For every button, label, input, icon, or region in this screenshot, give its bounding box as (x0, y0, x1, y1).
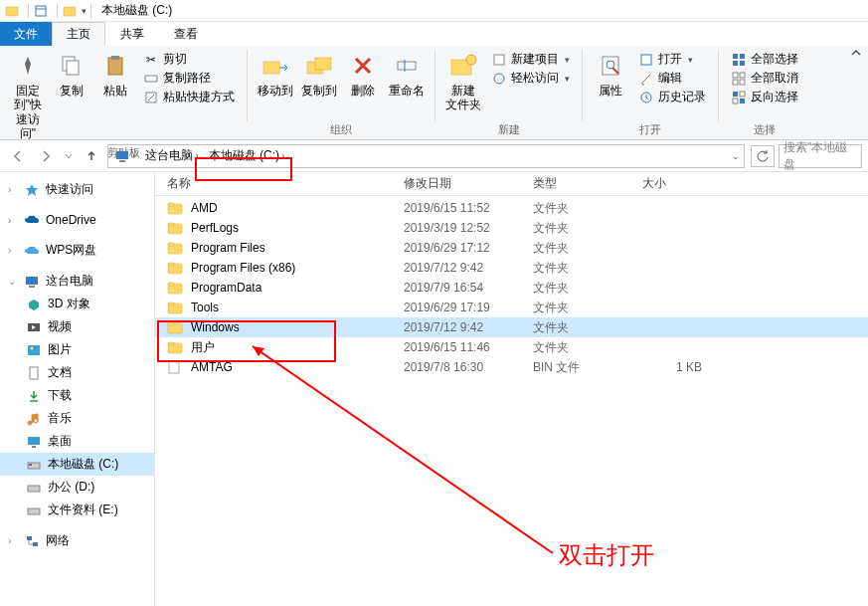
file-row[interactable]: Windows2019/7/12 9:42文件夹 (155, 317, 868, 337)
col-size[interactable]: 大小 (642, 175, 722, 192)
address-bar[interactable]: › 这台电脑› 本地磁盘 (C:)› ⌄ (107, 144, 745, 168)
paste-button[interactable]: 粘贴 (93, 48, 137, 100)
tab-share[interactable]: 共享 (105, 22, 159, 46)
qat-properties-icon[interactable] (33, 3, 49, 19)
newfolder-button[interactable]: 新建 文件夹 (441, 48, 485, 114)
file-date: 2019/6/29 17:19 (404, 301, 533, 314)
nav-wps[interactable]: ›WPS网盘 (0, 239, 154, 262)
invert-icon (731, 90, 747, 105)
qat-folder-icon[interactable] (62, 3, 78, 19)
svg-rect-33 (740, 92, 745, 97)
tab-view[interactable]: 查看 (159, 22, 213, 46)
easyaccess-button[interactable]: 轻松访问▾ (487, 69, 574, 88)
history-button[interactable]: 历史记录 (634, 88, 710, 106)
delete-button[interactable]: 删除 (341, 48, 385, 100)
moveto-icon (260, 50, 291, 82)
nav-downloads[interactable]: 下载 (0, 384, 154, 407)
folder-icon (167, 220, 185, 236)
col-name[interactable]: 名称 (167, 175, 404, 192)
moveto-button[interactable]: 移动到 (254, 48, 297, 100)
addr-dropdown-icon[interactable]: ⌄ (732, 151, 740, 161)
file-name: ProgramData (191, 281, 404, 295)
nav-documents[interactable]: 文档 (0, 361, 154, 384)
annotation-text: 双击打开 (559, 539, 654, 571)
folder-icon (167, 339, 185, 355)
pasteshortcut-button[interactable]: 粘贴快捷方式 (139, 88, 239, 106)
file-type: 文件夹 (533, 300, 642, 316)
easyaccess-icon (491, 71, 507, 87)
shortcut-icon (143, 90, 159, 105)
nav-videos[interactable]: 视频 (0, 315, 154, 338)
file-row[interactable]: Program Files2019/6/29 17:12文件夹 (155, 238, 868, 258)
file-name: Program Files (x86) (191, 261, 404, 275)
folder-icon (167, 319, 185, 335)
copyto-button[interactable]: 复制到 (297, 48, 341, 100)
file-row[interactable]: Program Files (x86)2019/7/12 9:42文件夹 (155, 258, 868, 278)
edit-button[interactable]: 编辑 (634, 69, 710, 88)
svg-rect-40 (28, 345, 40, 355)
wps-icon (24, 243, 40, 259)
nav-thispc[interactable]: ⌄这台电脑 (0, 270, 154, 293)
column-headers[interactable]: 名称 修改日期 类型 大小 (155, 172, 868, 196)
collapse-ribbon-icon[interactable] (850, 48, 862, 63)
svg-rect-52 (168, 203, 174, 206)
nav-network[interactable]: ›网络 (0, 529, 154, 552)
file-row[interactable]: Tools2019/6/29 17:19文件夹 (155, 298, 868, 317)
copyto-icon (303, 50, 335, 82)
nav-desktop[interactable]: 桌面 (0, 430, 154, 453)
file-type: 文件夹 (533, 240, 642, 257)
col-date[interactable]: 修改日期 (404, 175, 533, 192)
pc-icon (24, 274, 40, 290)
file-row[interactable]: ProgramData2019/7/9 16:54文件夹 (155, 278, 868, 298)
newfolder-icon (447, 50, 479, 82)
nav-ddrive[interactable]: 办公 (D:) (0, 476, 154, 499)
nav-edrive[interactable]: 文件资料 (E:) (0, 499, 154, 521)
svg-rect-32 (740, 99, 745, 103)
newitem-button[interactable]: 新建项目▾ (487, 50, 574, 69)
file-name: Windows (191, 320, 404, 334)
file-row[interactable]: AMTAG2019/7/8 16:30BIN 文件1 KB (155, 357, 868, 377)
selectnone-button[interactable]: 全部取消 (727, 69, 802, 88)
nav-pictures[interactable]: 图片 (0, 338, 154, 361)
nav-cdrive[interactable]: 本地磁盘 (C:) (0, 453, 154, 476)
network-icon (24, 533, 40, 549)
svg-rect-25 (733, 61, 738, 66)
svg-point-18 (494, 74, 504, 84)
copypath-button[interactable]: 复制路径 (139, 69, 239, 88)
svg-rect-64 (168, 322, 174, 325)
tab-home[interactable]: 主页 (52, 22, 105, 46)
crumb-pc-icon[interactable]: › (110, 145, 141, 167)
cut-button[interactable]: ✂剪切 (139, 50, 239, 69)
ribbon-tabs: 文件 主页 共享 查看 (0, 22, 868, 46)
svg-rect-49 (27, 536, 32, 540)
svg-rect-8 (145, 76, 157, 82)
rename-icon (391, 50, 423, 82)
nav-music[interactable]: 音乐 (0, 407, 154, 430)
file-date: 2019/7/9 16:54 (404, 281, 533, 295)
properties-button[interactable]: 属性 (589, 48, 632, 100)
nav-3dobjects[interactable]: 3D 对象 (0, 293, 154, 315)
svg-rect-13 (398, 62, 416, 70)
file-row[interactable]: AMD2019/6/15 11:52文件夹 (155, 198, 868, 218)
search-input[interactable]: 搜索"本地磁盘 (779, 144, 862, 168)
file-row[interactable]: 用户2019/6/15 11:46文件夹 (155, 337, 868, 357)
copy-button[interactable]: 复制 (50, 48, 93, 100)
tab-file[interactable]: 文件 (0, 22, 52, 46)
selectall-icon (731, 52, 747, 68)
nav-quickaccess[interactable]: ›快速访问 (0, 178, 154, 201)
refresh-button[interactable] (751, 145, 775, 167)
selectall-button[interactable]: 全部选择 (727, 50, 802, 69)
svg-rect-50 (33, 542, 38, 546)
pin-quickaccess-button[interactable]: 固定到"快 速访问" (6, 48, 50, 143)
crumb-thispc[interactable]: 这台电脑› (141, 145, 204, 167)
invert-button[interactable]: 反向选择 (727, 88, 802, 106)
file-row[interactable]: PerfLogs2019/3/19 12:52文件夹 (155, 218, 868, 238)
svg-rect-5 (67, 61, 79, 75)
crumb-drive[interactable]: 本地磁盘 (C:)› (205, 145, 291, 167)
folder-icon (167, 300, 185, 315)
history-icon (638, 90, 654, 105)
col-type[interactable]: 类型 (533, 175, 642, 192)
open-button[interactable]: 打开▾ (634, 50, 710, 69)
nav-onedrive[interactable]: ›OneDrive (0, 209, 154, 231)
rename-button[interactable]: 重命名 (385, 48, 429, 100)
